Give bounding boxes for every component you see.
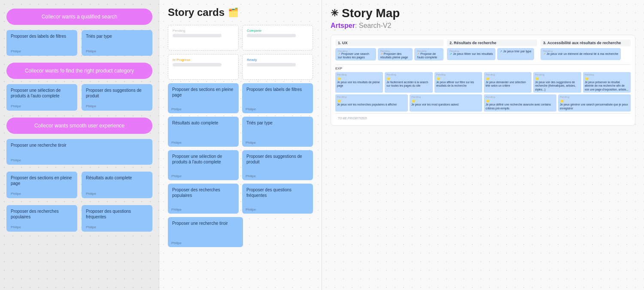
sm-label-access: 3. Accessibilité aux résultats de recher…	[541, 39, 631, 46]
card-tag-1b: Philipe	[86, 49, 96, 53]
card-title-sec5a: Proposer une recherche tiroir	[172, 221, 239, 226]
sm-grid-card-3[interactable]: Pending ⭐ Je peux affiner sur filtre sur…	[434, 72, 482, 93]
card-title-1b: Triés par type	[86, 33, 148, 39]
card-item-sec3b[interactable]: Proposer des suggestions de produit Phil…	[242, 150, 313, 180]
placeholder-card-4[interactable]: Ready	[242, 54, 313, 80]
card-title-5a: Proposer des recherches populaires	[11, 208, 73, 220]
card-title-3a: Proposer une recherche tiroir	[11, 142, 148, 148]
sm-section-results: 2. Résultats de recherche Pending ↗ Je p…	[447, 39, 537, 62]
card-title-sec1a: Proposer des sections en pleine page	[172, 87, 234, 98]
card-item-sec1b[interactable]: Proposer des labels de filtres Philipe	[242, 83, 313, 113]
placeholder-card-1[interactable]: Pending	[168, 25, 239, 51]
middle-panel: Story cards 🗂️ Pending Complete In Progr…	[159, 0, 322, 290]
card-item-sec2a[interactable]: Résultats auto complete Philipe	[168, 117, 239, 147]
card-title-sec2b: Triés par type	[246, 120, 309, 126]
card-title-sec1b: Proposer des labels de filtres	[246, 87, 309, 92]
card-item-sec3a[interactable]: Proposer une sélection de produits à l'a…	[168, 150, 239, 180]
cards-row-blue-2: Résultats auto complete Philipe Triés pa…	[168, 117, 313, 147]
sm-grid-card-2[interactable]: Pending ⭐ Je facilement accéder à la sea…	[385, 72, 432, 93]
sm-acc-card-1[interactable]: Pending ↗ Je peux voir un élément de reb…	[541, 48, 621, 60]
card-tag-1a: Philipe	[11, 49, 21, 53]
ph-line-1	[173, 34, 222, 37]
sm-section-ux: 1. UX Pending ↗ Proposer une search sur …	[335, 39, 444, 62]
cards-title-text: Story cards	[168, 6, 225, 18]
sm-grid-card-9[interactable]: Pending ⭐ Je peux définir une recherche …	[484, 94, 556, 112]
sm-ux-card-2[interactable]: Pending ↗ Proposer des résultats pleine …	[378, 48, 413, 60]
card-tag-3a: Philipe	[11, 158, 21, 162]
star-icon: ✳	[331, 8, 338, 19]
subtitle-colon: :	[355, 22, 359, 29]
card-tag-2b: Philipe	[86, 104, 96, 108]
card-title-sec4b: Proposer des questions fréquentes	[246, 187, 309, 198]
ph-status-4: Ready	[247, 58, 308, 62]
sm-grid-card-4[interactable]: Pending ⭐ Je peux demander une sélection…	[484, 72, 532, 93]
ph-status-3: In Progress	[173, 58, 234, 62]
subtitle-brand: Artsper	[331, 22, 355, 29]
story-map-content: 1. UX Pending ↗ Proposer une search sur …	[331, 35, 635, 126]
story-card-1a[interactable]: Proposer des labels de filtres Philipe	[6, 30, 77, 56]
card-item-sec5a[interactable]: Proposer une recherche tiroir Philipe	[168, 217, 243, 247]
sm-exp-label: EXP	[335, 66, 631, 70]
sm-grid-card-10[interactable]: Pending ⭐ Je peux générer une search per…	[558, 94, 631, 112]
sm-grid-card-5[interactable]: Pending ⭐ Je peux voir des suggestions d…	[533, 72, 581, 93]
card-tag-sec3b: Philipe	[246, 174, 256, 178]
card-title-5b: Proposer des questions fréquentes	[86, 208, 148, 220]
card-tag-5a: Philipe	[11, 225, 21, 229]
placeholder-card-3[interactable]: In Progress	[168, 54, 239, 80]
cards-row-blue-1: Proposer des sections en pleine page Phi…	[168, 83, 313, 113]
card-title-sec3a: Proposer une sélection de produits à l'a…	[172, 154, 234, 165]
card-item-sec1a[interactable]: Proposer des sections en pleine page Phi…	[168, 83, 239, 113]
card-title-4b: Résultats auto complete	[86, 175, 148, 181]
sm-res-card-1[interactable]: Pending ↗ Je peux filtrer sur les résult…	[447, 48, 495, 60]
sm-section-access: 3. Accessibilité aux résultats de recher…	[541, 39, 631, 62]
card-tag-sec1b: Philipe	[246, 107, 256, 111]
card-title-sec2a: Résultats auto complete	[172, 120, 234, 126]
sm-grid-card-7[interactable]: Pending ⭐ Je peux voir les recherches po…	[335, 94, 408, 112]
story-card-4b[interactable]: Résultats auto complete Philipe	[82, 172, 152, 198]
epic-row-1: Proposer des labels de filtres Philipe T…	[6, 30, 152, 56]
epic-row-2: Proposer une sélection de produits à l'a…	[6, 84, 152, 111]
sm-res-card-2[interactable]: ↗ Je peux trier par type	[497, 48, 534, 60]
sm-divider-1	[335, 64, 631, 65]
epic-row-4: Proposer des sections en pleine page Phi…	[6, 172, 152, 198]
card-title-2a: Proposer une sélection de produits à l'a…	[11, 88, 73, 99]
epic-pill-3[interactable]: Collecor wants smooth user experience	[6, 118, 152, 134]
card-tag-sec2b: Philipe	[246, 141, 256, 145]
cards-row-placeholder-2: In Progress Ready	[168, 54, 313, 80]
sm-grid-card-6[interactable]: Pending ⭐ Je peux préserver la résultat …	[583, 72, 631, 93]
epic-pill-2[interactable]: Collecor wants fo find the right product…	[6, 63, 152, 79]
card-tag-2a: Philipe	[11, 104, 21, 108]
ph-line-4	[247, 63, 296, 66]
card-tag-4b: Philipe	[86, 192, 96, 196]
cards-row-blue-4: Proposer des recherches populaires Phili…	[168, 184, 313, 214]
story-card-5a[interactable]: Proposer des recherches populaires Phili…	[6, 205, 77, 232]
story-card-3a[interactable]: Proposer une recherche tiroir Philipe	[6, 139, 152, 165]
sm-divider-2	[335, 113, 631, 114]
sm-grid-card-8[interactable]: Pending ⭐ Je peux voir les most question…	[410, 94, 482, 112]
story-map-subtitle: Artsper: Search-V2	[331, 22, 635, 30]
epic-row-5: Proposer des recherches populaires Phili…	[6, 205, 152, 232]
story-map-title-text: Story Map	[342, 6, 400, 20]
sm-ux-card-1[interactable]: Pending ↗ Proposer une search sur toutes…	[335, 48, 376, 60]
left-panel: Collecor wants a qualified search Propos…	[0, 0, 159, 290]
story-card-1b[interactable]: Triés par type Philipe	[82, 30, 152, 56]
ph-status-2: Complete	[247, 29, 308, 33]
card-item-sec4a[interactable]: Proposer des recherches populaires Phili…	[168, 184, 239, 214]
card-item-sec2b[interactable]: Triés par type Philipe	[242, 117, 313, 147]
story-card-5b[interactable]: Proposer des questions fréquentes Philip…	[82, 205, 152, 232]
sm-grid-card-1[interactable]: Pending ⭐ Je peux voir les résultats de …	[335, 72, 383, 93]
card-tag-sec2a: Philipe	[171, 141, 182, 145]
story-card-2a[interactable]: Proposer une sélection de produits à l'a…	[6, 84, 77, 111]
epic-group-4: Proposer des sections en pleine page Phi…	[6, 172, 152, 198]
card-tag-sec4a: Philipe	[171, 208, 182, 211]
epic-pill-1[interactable]: Collecor wants a qualified search	[6, 9, 152, 25]
story-card-2b[interactable]: Proposer des suggestions de produit Phil…	[82, 84, 152, 111]
card-title-sec3b: Proposer des suggestions de produit	[246, 154, 309, 165]
story-card-4a[interactable]: Proposer des sections en pleine page Phi…	[6, 172, 77, 198]
placeholder-card-2[interactable]: Complete	[242, 25, 313, 51]
card-item-sec4b[interactable]: Proposer des questions fréquentes Philip…	[242, 184, 313, 214]
ph-status-1: Pending	[173, 29, 234, 33]
card-tag-sec5a: Philipe	[171, 241, 182, 245]
sm-ux-card-3[interactable]: Pending ↗ Propose de l'auto complete	[414, 48, 444, 60]
sm-todo-label: TO BE PRIORITIZED	[335, 115, 631, 121]
